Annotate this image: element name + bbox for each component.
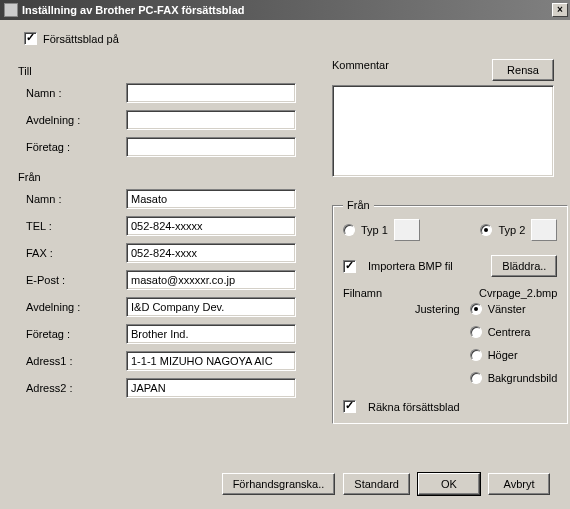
till-namn-label: Namn : bbox=[26, 87, 126, 99]
layout-group: Från Typ 1 Typ 2 bbox=[332, 199, 568, 424]
justering-hoger-radio[interactable] bbox=[470, 349, 482, 361]
justering-hoger-label: Höger bbox=[488, 349, 518, 361]
fran-foretag-label: Företag : bbox=[26, 328, 126, 340]
fran-epost-input[interactable] bbox=[126, 270, 296, 290]
typ1-label: Typ 1 bbox=[361, 224, 388, 236]
justering-label: Justering bbox=[415, 303, 460, 390]
fran-foretag-input[interactable] bbox=[126, 324, 296, 344]
import-bmp-checkbox[interactable] bbox=[343, 260, 356, 273]
kommentar-textarea[interactable] bbox=[332, 85, 554, 177]
filnamn-value: Cvrpage_2.bmp bbox=[479, 287, 557, 299]
import-bmp-label: Importera BMP fil bbox=[368, 260, 453, 272]
till-section-label: Till bbox=[18, 65, 314, 77]
till-namn-input[interactable] bbox=[126, 83, 296, 103]
app-icon bbox=[4, 3, 18, 17]
fran-adress1-label: Adress1 : bbox=[26, 355, 126, 367]
avbryt-button[interactable]: Avbryt bbox=[488, 473, 550, 495]
close-button[interactable]: × bbox=[552, 3, 568, 17]
fran-fax-label: FAX : bbox=[26, 247, 126, 259]
fran-section-label: Från bbox=[18, 171, 314, 183]
fran-fax-input[interactable] bbox=[126, 243, 296, 263]
till-avdelning-input[interactable] bbox=[126, 110, 296, 130]
cover-on-row: Försättsblad på bbox=[24, 32, 554, 45]
cover-on-checkbox[interactable] bbox=[24, 32, 37, 45]
till-foretag-input[interactable] bbox=[126, 137, 296, 157]
forhandsgranska-button[interactable]: Förhandsgranska.. bbox=[222, 473, 336, 495]
left-column: Till Namn : Avdelning : Företag : Från N… bbox=[16, 59, 314, 424]
rakna-label: Räkna försättsblad bbox=[368, 401, 460, 413]
fran-tel-label: TEL : bbox=[26, 220, 126, 232]
fran-avdelning-input[interactable] bbox=[126, 297, 296, 317]
typ1-thumb-icon bbox=[394, 219, 420, 241]
standard-button[interactable]: Standard bbox=[343, 473, 410, 495]
till-foretag-label: Företag : bbox=[26, 141, 126, 153]
kommentar-label: Kommentar bbox=[332, 59, 389, 71]
right-column: Kommentar Rensa Från Typ 1 Typ 2 bbox=[332, 59, 554, 424]
typ2-radio[interactable] bbox=[480, 224, 492, 236]
justering-vanster-label: Vänster bbox=[488, 303, 526, 315]
fran-adress2-label: Adress2 : bbox=[26, 382, 126, 394]
till-avdelning-label: Avdelning : bbox=[26, 114, 126, 126]
fran-tel-input[interactable] bbox=[126, 216, 296, 236]
ok-button[interactable]: OK bbox=[418, 473, 480, 495]
rakna-checkbox[interactable] bbox=[343, 400, 356, 413]
fran-epost-label: E-Post : bbox=[26, 274, 126, 286]
justering-centrera-label: Centrera bbox=[488, 326, 531, 338]
fran-adress2-input[interactable] bbox=[126, 378, 296, 398]
fran-namn-input[interactable] bbox=[126, 189, 296, 209]
justering-centrera-radio[interactable] bbox=[470, 326, 482, 338]
typ1-radio[interactable] bbox=[343, 224, 355, 236]
cover-on-label: Försättsblad på bbox=[43, 33, 119, 45]
typ2-thumb-icon bbox=[531, 219, 557, 241]
justering-bakgrund-radio[interactable] bbox=[470, 372, 482, 384]
window-title: Inställning av Brother PC-FAX försättsbl… bbox=[22, 4, 552, 16]
button-bar: Förhandsgranska.. Standard OK Avbryt bbox=[222, 473, 550, 495]
fran-adress1-input[interactable] bbox=[126, 351, 296, 371]
fran-avdelning-label: Avdelning : bbox=[26, 301, 126, 313]
filnamn-label: Filnamn bbox=[343, 287, 382, 299]
fran-namn-label: Namn : bbox=[26, 193, 126, 205]
dialog-client: Försättsblad på Till Namn : Avdelning : … bbox=[0, 20, 570, 509]
layout-legend: Från bbox=[343, 199, 374, 211]
justering-bakgrund-label: Bakgrundsbild bbox=[488, 372, 558, 384]
title-bar: Inställning av Brother PC-FAX försättsbl… bbox=[0, 0, 570, 20]
bladdra-button[interactable]: Bläddra.. bbox=[491, 255, 557, 277]
justering-vanster-radio[interactable] bbox=[470, 303, 482, 315]
typ2-label: Typ 2 bbox=[498, 224, 525, 236]
rensa-button[interactable]: Rensa bbox=[492, 59, 554, 81]
